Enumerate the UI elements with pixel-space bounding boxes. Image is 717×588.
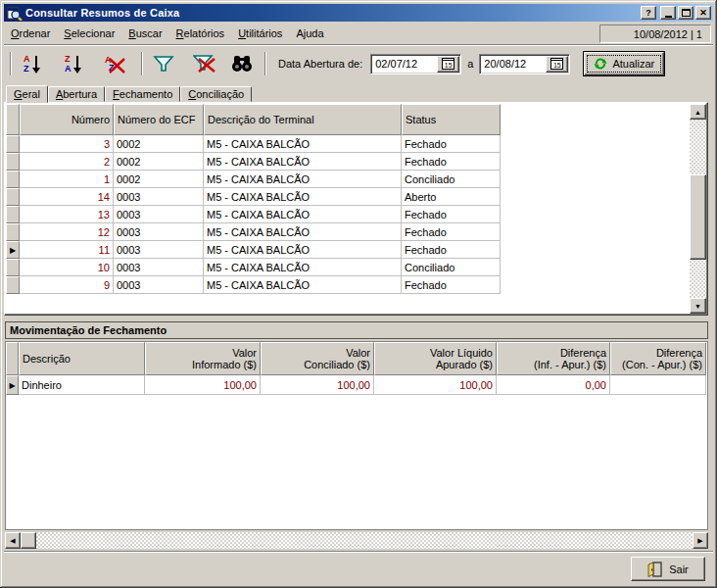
scrollbar-track bbox=[36, 532, 693, 549]
table-row[interactable]: 20002M5 - CAIXA BALCÃOFechado bbox=[6, 153, 690, 171]
help-button[interactable]: ? bbox=[641, 6, 656, 20]
tab-geral[interactable]: Geral bbox=[6, 85, 48, 103]
scroll-left-button[interactable]: ◀ bbox=[5, 532, 21, 549]
sort-descending-button[interactable]: Z A bbox=[59, 50, 88, 77]
cell[interactable]: M5 - CAIXA BALCÃO bbox=[204, 171, 402, 188]
svg-text:Z: Z bbox=[65, 54, 71, 64]
date-from-input[interactable] bbox=[371, 58, 430, 70]
tab-conciliacao[interactable]: Conciliação bbox=[180, 86, 252, 102]
table-row[interactable]: 140003M5 - CAIXA BALCÃOAberto bbox=[6, 188, 690, 206]
table-row[interactable]: 120003M5 - CAIXA BALCÃOFechado bbox=[6, 223, 690, 241]
menu-ajuda[interactable]: Ajuda bbox=[289, 24, 330, 42]
column-header[interactable]: Status bbox=[402, 104, 501, 135]
column-header[interactable]: Valor Conciliado ($) bbox=[261, 342, 374, 375]
cell[interactable]: Fechado bbox=[402, 241, 501, 259]
cell[interactable]: M5 - CAIXA BALCÃO bbox=[204, 135, 402, 153]
cell[interactable]: 3 bbox=[20, 135, 114, 153]
table-row[interactable]: 10002M5 - CAIXA BALCÃOConciliado bbox=[6, 171, 690, 188]
table-row[interactable]: 130003M5 - CAIXA BALCÃOFechado bbox=[6, 206, 690, 223]
cell[interactable]: 0003 bbox=[114, 259, 204, 276]
column-header[interactable]: Número bbox=[20, 104, 114, 135]
cell[interactable]: M5 - CAIXA BALCÃO bbox=[204, 241, 402, 259]
column-header[interactable]: Número do ECF bbox=[114, 104, 204, 135]
clear-filter-button[interactable] bbox=[190, 50, 219, 77]
scroll-up-button[interactable]: ▲ bbox=[690, 104, 706, 120]
scroll-down-button[interactable]: ▼ bbox=[690, 298, 706, 314]
tab-abertura[interactable]: Abertura bbox=[48, 86, 105, 102]
date-to-input[interactable] bbox=[480, 58, 539, 70]
cell[interactable]: M5 - CAIXA BALCÃO bbox=[204, 188, 402, 206]
menu-ordenar[interactable]: Ordenar bbox=[4, 24, 57, 42]
column-header[interactable]: Descrição do Terminal bbox=[204, 104, 402, 135]
cell[interactable]: Conciliado bbox=[402, 171, 501, 188]
column-header[interactable]: Diferença (Inf. - Apur.) ($) bbox=[497, 342, 610, 375]
column-header[interactable]: Valor Líquido Apurado ($) bbox=[374, 342, 497, 375]
cell[interactable]: Fechado bbox=[402, 223, 501, 241]
cell[interactable]: M5 - CAIXA BALCÃO bbox=[204, 259, 402, 276]
cell[interactable]: Aberto bbox=[402, 188, 501, 206]
cell[interactable]: 12 bbox=[20, 223, 114, 241]
date-to-calendar-button[interactable]: 15 bbox=[546, 56, 568, 73]
minimize-button[interactable] bbox=[660, 6, 676, 20]
atualizar-button[interactable]: Atualizar bbox=[584, 52, 664, 75]
column-header[interactable]: Diferença (Con. - Apur.) ($) bbox=[610, 342, 706, 375]
cell[interactable]: 0003 bbox=[114, 206, 204, 223]
close-button[interactable]: ✕ bbox=[695, 6, 711, 20]
cell[interactable]: 0003 bbox=[114, 276, 204, 294]
vertical-scrollbar[interactable]: ▲ ▼ bbox=[690, 104, 706, 314]
table-row[interactable]: 90003M5 - CAIXA BALCÃOFechado bbox=[6, 276, 690, 294]
cell[interactable]: 0003 bbox=[114, 188, 204, 206]
cell[interactable]: 0,00 bbox=[497, 375, 610, 395]
table-row[interactable]: ▶110003M5 - CAIXA BALCÃOFechado bbox=[6, 241, 690, 259]
column-header[interactable]: Valor Informado ($) bbox=[145, 342, 261, 375]
app-window: Consultar Resumos de Caixa ? ✕ Ordenar S… bbox=[0, 0, 717, 588]
cell[interactable]: M5 - CAIXA BALCÃO bbox=[204, 276, 402, 294]
menu-relatorios[interactable]: Relatórios bbox=[169, 24, 232, 42]
scrollbar-thumb[interactable] bbox=[21, 532, 36, 549]
cell[interactable]: Fechado bbox=[402, 206, 501, 223]
menu-buscar[interactable]: Buscar bbox=[121, 24, 168, 42]
scrollbar-thumb[interactable] bbox=[690, 174, 706, 260]
table-row[interactable]: ▶Dinheiro100,00100,00100,000,00 bbox=[6, 375, 707, 395]
scroll-right-button[interactable]: ▶ bbox=[693, 532, 708, 549]
cell[interactable]: 0003 bbox=[114, 241, 204, 259]
cell[interactable]: 11 bbox=[20, 241, 114, 259]
cell[interactable]: Conciliado bbox=[402, 259, 501, 276]
table-row[interactable]: 30002M5 - CAIXA BALCÃOFechado bbox=[6, 135, 690, 153]
cell[interactable]: 0003 bbox=[114, 223, 204, 241]
cell[interactable]: M5 - CAIXA BALCÃO bbox=[204, 153, 402, 171]
cell[interactable]: 0002 bbox=[114, 153, 204, 171]
clear-sort-button[interactable]: A Z bbox=[100, 50, 129, 77]
cell[interactable]: 0002 bbox=[114, 171, 204, 188]
range-separator-label: a bbox=[467, 58, 473, 70]
cell[interactable]: Dinheiro bbox=[19, 375, 145, 395]
table-row[interactable]: 100003M5 - CAIXA BALCÃOConciliado bbox=[6, 259, 690, 276]
cell[interactable]: 10 bbox=[20, 259, 114, 276]
search-button[interactable] bbox=[227, 50, 257, 77]
menu-utilitarios[interactable]: Utilitários bbox=[231, 24, 289, 42]
sair-button[interactable]: Sair bbox=[631, 557, 705, 581]
cell[interactable]: 0002 bbox=[114, 135, 204, 153]
cell[interactable]: 13 bbox=[20, 206, 114, 223]
cell[interactable]: 9 bbox=[20, 276, 114, 294]
maximize-button[interactable] bbox=[678, 6, 693, 20]
cell[interactable]: M5 - CAIXA BALCÃO bbox=[204, 206, 402, 223]
menu-selecionar[interactable]: Selecionar bbox=[57, 24, 121, 42]
cell[interactable]: Fechado bbox=[402, 153, 501, 171]
cell[interactable]: M5 - CAIXA BALCÃO bbox=[204, 223, 402, 241]
cell[interactable] bbox=[610, 375, 706, 395]
date-from-calendar-button[interactable]: 15 bbox=[437, 56, 459, 73]
cell[interactable]: 100,00 bbox=[374, 375, 497, 395]
cell[interactable]: 100,00 bbox=[261, 375, 374, 395]
tab-fechamento[interactable]: Fechamento bbox=[105, 86, 180, 102]
sort-ascending-button[interactable]: A Z bbox=[18, 50, 47, 77]
cell[interactable]: Fechado bbox=[402, 276, 501, 294]
cell[interactable]: 14 bbox=[20, 188, 114, 206]
cell[interactable]: 1 bbox=[20, 171, 114, 188]
filter-button[interactable] bbox=[149, 50, 178, 77]
column-header[interactable]: Descrição bbox=[19, 342, 145, 375]
horizontal-scrollbar[interactable]: ◀ ▶ bbox=[5, 532, 708, 549]
cell[interactable]: 2 bbox=[20, 153, 114, 171]
cell[interactable]: Fechado bbox=[402, 135, 501, 153]
cell[interactable]: 100,00 bbox=[145, 375, 261, 395]
